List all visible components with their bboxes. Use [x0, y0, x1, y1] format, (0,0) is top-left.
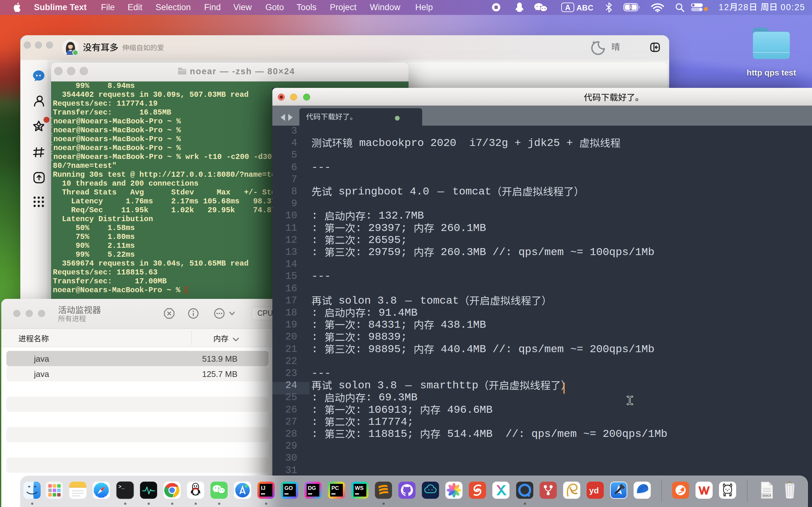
- svg-text:yd: yd: [589, 486, 599, 495]
- svg-text:WS: WS: [355, 485, 364, 491]
- svg-text:DOCX: DOCX: [763, 494, 771, 497]
- svg-text:IJ: IJ: [261, 485, 265, 491]
- svg-text:DG: DG: [308, 485, 316, 491]
- svg-text:GO: GO: [284, 485, 293, 491]
- svg-text:PC: PC: [331, 485, 339, 491]
- svg-text:>_: >_: [118, 484, 125, 490]
